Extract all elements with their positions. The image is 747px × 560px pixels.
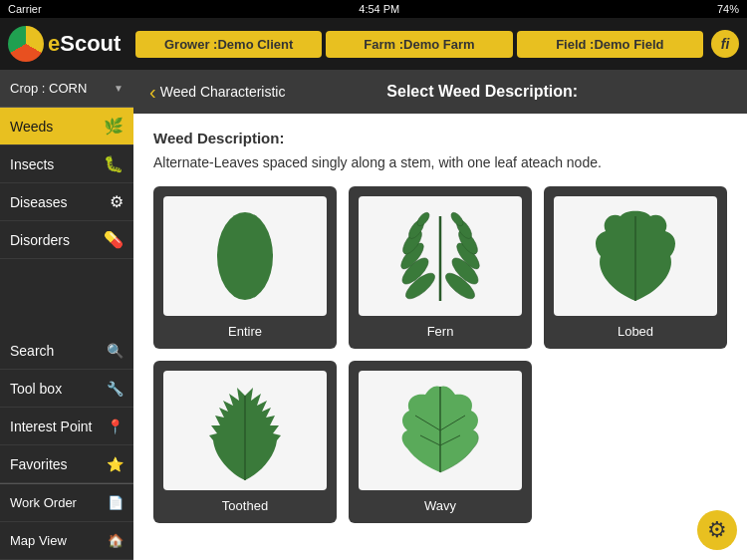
leaf-image-fern [359, 196, 522, 316]
weed-description-text: Alternate-Leaves spaced singly along a s… [153, 154, 727, 170]
interest-label: Interest Point [10, 419, 93, 434]
sidebar-item-weeds[interactable]: Weeds 🌿 [0, 108, 133, 145]
time-text: 4:54 PM [359, 3, 399, 15]
work-order-label: Work Order [10, 495, 77, 510]
leaf-image-toothed [163, 371, 327, 490]
sidebar-item-interest-point[interactable]: Interest Point 📍 [0, 408, 133, 445]
leaf-label-entire: Entire [228, 324, 262, 339]
field-label: Field : [556, 37, 594, 52]
sidebar-item-toolbox[interactable]: Tool box 🔧 [0, 370, 133, 408]
sidebar-item-insects[interactable]: Insects 🐛 [0, 145, 133, 183]
disorders-label: Disorders [10, 232, 70, 248]
leaf-card-wavy[interactable]: Wavy [349, 361, 532, 523]
farm-value: Demo Farm [403, 37, 475, 52]
status-bar: Carrier 4:54 PM 74% [0, 0, 747, 18]
leaf-image-entire [163, 196, 327, 316]
grower-label: Grower : [164, 37, 217, 52]
field-field[interactable]: Field :Demo Field [517, 31, 703, 58]
weeds-label: Weeds [10, 119, 53, 135]
search-icon: 🔍 [107, 343, 124, 359]
grower-value: Demo Client [217, 37, 293, 52]
toolbox-icon: 🔧 [107, 381, 124, 397]
svg-point-0 [217, 212, 273, 300]
leaf-card-entire[interactable]: Entire [153, 186, 337, 349]
leaf-label-wavy: Wavy [424, 498, 456, 513]
sidebar-item-disorders[interactable]: Disorders 💊 [0, 221, 133, 259]
fi-button[interactable]: fi [711, 30, 739, 58]
leaf-image-lobed [554, 196, 717, 316]
header-fields: Grower :Demo Client Farm :Demo Farm Fiel… [135, 31, 703, 58]
leaf-image-wavy [359, 371, 522, 490]
leaf-label-fern: Fern [427, 324, 454, 339]
logo-circle-icon [8, 26, 44, 62]
favorites-label: Favorites [10, 456, 68, 472]
toolbox-label: Tool box [10, 381, 62, 397]
breadcrumb-bar: ‹ Weed Characteristic Select Weed Descri… [133, 70, 747, 114]
field-value: Demo Field [594, 37, 663, 52]
main-layout: Crop : CORN ▼ Weeds 🌿 Insects 🐛 Diseases… [0, 70, 747, 560]
logo-text: eScout [48, 31, 121, 57]
breadcrumb-title: Select Weed Description: [293, 83, 731, 101]
content-area: ‹ Weed Characteristic Select Weed Descri… [133, 70, 747, 560]
leaf-label-toothed: Toothed [222, 498, 268, 513]
map-view-label: Map View [10, 533, 67, 548]
document-icon: 📄 [108, 495, 124, 510]
leaf-card-fern[interactable]: Fern [349, 186, 532, 349]
bottom-nav: Work Order 📄 Map View 🏠 [0, 483, 133, 560]
diseases-label: Diseases [10, 194, 68, 210]
pin-icon: 📍 [107, 419, 124, 434]
insects-label: Insects [10, 156, 54, 172]
crop-selector[interactable]: Crop : CORN ▼ [0, 70, 133, 108]
grower-field[interactable]: Grower :Demo Client [135, 31, 322, 58]
leaf-icon: 🌿 [104, 117, 124, 136]
back-button[interactable]: ‹ Weed Characteristic [149, 81, 285, 104]
carrier-text: Carrier [8, 3, 42, 15]
search-label: Search [10, 343, 54, 359]
back-label: Weed Characteristic [160, 84, 286, 100]
sidebar-item-diseases[interactable]: Diseases ⚙ [0, 183, 133, 221]
logo: eScout [8, 26, 127, 62]
chevron-down-icon: ▼ [114, 83, 124, 94]
insect-icon: 🐛 [104, 154, 124, 173]
disorder-icon: 💊 [104, 230, 124, 249]
sidebar-item-work-order[interactable]: Work Order 📄 [0, 484, 133, 522]
farm-label: Farm : [364, 37, 403, 52]
disease-icon: ⚙ [110, 192, 124, 211]
gear-button[interactable]: ⚙ [697, 510, 737, 550]
sidebar-item-map-view[interactable]: Map View 🏠 [0, 522, 133, 560]
sidebar-item-search[interactable]: Search 🔍 [0, 332, 133, 370]
leaf-label-lobed: Lobed [618, 324, 653, 339]
gear-icon: ⚙ [707, 517, 727, 543]
weed-description-title: Weed Description: [153, 130, 727, 146]
sidebar: Crop : CORN ▼ Weeds 🌿 Insects 🐛 Diseases… [0, 70, 133, 560]
content-body: Weed Description: Alternate-Leaves space… [133, 114, 747, 560]
leaf-grid: Entire [153, 186, 727, 523]
leaf-card-toothed[interactable]: Toothed [153, 361, 337, 523]
sidebar-item-favorites[interactable]: Favorites ⭐ [0, 445, 133, 483]
crop-label: Crop : CORN [10, 81, 87, 96]
battery-text: 74% [717, 3, 739, 15]
farm-field[interactable]: Farm :Demo Farm [326, 31, 512, 58]
header: eScout Grower :Demo Client Farm :Demo Fa… [0, 18, 747, 70]
star-icon: ⭐ [107, 456, 124, 472]
back-chevron-icon: ‹ [149, 81, 156, 104]
leaf-card-lobed[interactable]: Lobed [544, 186, 727, 349]
map-icon: 🏠 [108, 533, 124, 548]
